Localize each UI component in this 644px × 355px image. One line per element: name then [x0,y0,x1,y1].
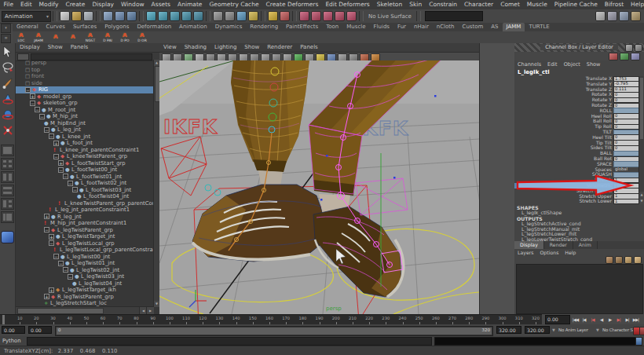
panel-menu-icon[interactable] [635,44,642,52]
collapse-icon[interactable]: − [58,167,64,173]
help-icon[interactable] [248,11,258,21]
step-forward-key-button[interactable]: ▶| [614,315,623,324]
highlight-selection-icon[interactable] [280,11,290,21]
chevron-down-icon[interactable]: ▼ [596,328,599,332]
outliner-item-top[interactable]: □top [16,67,154,74]
outliner-item-L_footTwist02_jnt[interactable]: −●L_footTwist02_jnt [16,180,154,187]
outliner-item-L_kneeTwistParent_grp[interactable]: −◆L_kneeTwistParent_grp [16,153,154,160]
outliner-horizontal-scrollbar[interactable]: ◀ ▶ [16,306,154,314]
shelf-button-loc[interactable]: ALOC [13,32,29,43]
wireframe-icon[interactable] [261,53,270,61]
range-slider-bar[interactable] [57,328,492,335]
collapse-icon[interactable]: − [44,127,49,133]
outliner-item-L_kneeTwistParent_grp_parentConstraint1[interactable]: !L_kneeTwistParent_grp_parentConstraint1 [16,200,154,207]
outliner-item-M_hipEnd_jnt[interactable]: ●M_hipEnd_jnt [16,120,154,127]
channel-value-field[interactable]: 1 [613,199,639,205]
field-chart-icon[interactable] [228,53,237,61]
outliner-item-L_foot_jnt[interactable]: +●L_foot_jnt [16,140,154,147]
expand-icon[interactable]: + [53,141,59,146]
shelf-button-d-pai[interactable]: AD PAI [100,32,115,43]
collapse-icon[interactable]: − [63,174,68,179]
xray-icon[interactable] [371,53,380,61]
shelf-tab-ncloth[interactable]: nCloth [433,23,459,31]
shelf-tab-jamm[interactable]: JAMM [503,23,525,31]
collapse-icon[interactable]: − [49,134,54,139]
quick-layout-icon[interactable] [607,11,617,21]
collapse-icon[interactable]: − [68,274,73,280]
outliner-item-L_legTwist02_jnt[interactable]: −●L_legTwist02_jnt [16,267,154,274]
menu-edit[interactable]: Edit [17,0,36,9]
outliner-item-model_grp[interactable]: +◆model_grp [16,93,154,101]
menu-create-deformers[interactable]: Create Deformers [262,0,322,9]
snap-point-icon[interactable] [170,11,180,21]
channel-box-menu-edit[interactable]: Edit [544,60,561,68]
playback-start-field[interactable]: 0.00 [28,326,52,334]
create-layer-from-selected-icon[interactable] [634,256,642,264]
outliner-item-L_legTwistLocal_grp[interactable]: −◆L_legTwistLocal_grp [16,240,154,247]
scroll-up-icon[interactable]: ▲ [154,60,159,66]
outliner-item-M_hip_jnt[interactable]: −●M_hip_jnt [16,113,154,120]
xyz-manipulator-icon[interactable] [609,53,618,60]
shelf-tab-toon[interactable]: Toon [322,23,342,31]
layer-editor-menu-options[interactable]: Options [536,249,562,256]
outliner-item-L_leg_jnt[interactable]: −●L_leg_jnt [16,126,154,134]
shelf-tab-animation[interactable]: Animation [175,23,211,31]
step-back-frame-button[interactable]: |◀ [580,315,588,324]
menu-comet[interactable]: Comet [497,0,524,9]
collapse-icon[interactable]: − [68,181,73,186]
viewport-menu-shading[interactable]: Shading [181,43,210,52]
shelf-tab-deformation[interactable]: Deformation [133,23,175,31]
menu-display[interactable]: Display [89,0,118,9]
shelf-button-jahm[interactable]: AJAHM [31,32,46,43]
menu-bifrost[interactable]: Bifrost [601,0,627,9]
collapse-icon[interactable]: − [30,101,35,106]
edit-manipulator-icon[interactable] [631,53,640,60]
channel-row-stretch-lower[interactable]: Stretch Lower1 [514,199,644,204]
shaded-icon[interactable] [272,53,281,61]
move-tool-icon[interactable] [2,93,14,105]
layer-move-up-icon[interactable] [606,256,613,264]
magnet-snap-icon-3[interactable] [323,11,333,21]
layer-editor-tab-render[interactable]: Render [544,241,573,249]
scrollbar-thumb[interactable] [640,78,643,139]
shelf-button-d-or[interactable]: AD OR [134,32,150,43]
lasso-tool-icon[interactable] [2,61,14,74]
shelf-tab-fluids[interactable]: Fluids [370,23,393,31]
shelf-tab-muscle[interactable]: Muscle [342,23,369,31]
menu-create[interactable]: Create [62,0,89,9]
layout-single-pane-button[interactable] [1,145,14,156]
shelf-tab-nhair[interactable]: nHair [410,23,433,31]
shelf-tab-curves[interactable]: Curves [42,23,69,31]
step-back-key-button[interactable]: |◀ [588,315,597,324]
shelf-tab-painteffects[interactable]: PaintEffects [282,23,322,31]
outliner-item-skeleton_grp[interactable]: −◆skeleton_grp [16,100,154,107]
textured-icon[interactable] [283,53,292,61]
outliner-menu-panels[interactable]: Panels [67,43,93,52]
lock-camera-icon[interactable] [173,53,182,61]
viewport-menu-panels[interactable]: Panels [296,43,322,52]
animation-end-field[interactable]: 320.00 [525,326,550,334]
paint-select-tool-icon[interactable] [2,77,14,90]
shelf-tab-rendering[interactable]: Rendering [246,23,282,31]
expand-icon[interactable]: + [44,294,49,299]
collapse-icon[interactable]: − [53,154,59,159]
select-component-icon[interactable] [126,11,137,21]
expand-icon[interactable]: + [58,160,64,166]
outliner-item-L_knee_jnt[interactable]: −●L_knee_jnt [16,134,154,141]
channel-box-object-name[interactable]: L_legIk_ctl [514,68,644,76]
command-language-label[interactable]: Python [2,337,21,345]
menu-modify[interactable]: Modify [35,0,62,9]
collapse-icon[interactable]: − [72,187,78,192]
screen-space-ao-icon[interactable] [316,53,325,61]
shadows-icon[interactable] [305,53,314,61]
collapse-icon[interactable]: − [44,227,49,232]
layer-editor-menu-help[interactable]: Help [562,249,579,256]
viewport-menu-renderer[interactable]: Renderer [263,43,296,52]
current-time-field[interactable]: 0.00 [545,315,570,324]
channel-box-menu-object[interactable]: Object [561,60,584,68]
menu-window[interactable]: Window [118,0,148,9]
animation-preferences-icon[interactable] [639,327,644,335]
select-tool-icon[interactable] [2,46,14,58]
shelf-button-ngst[interactable]: ANGST [82,32,98,43]
collapse-icon[interactable]: − [35,107,40,112]
